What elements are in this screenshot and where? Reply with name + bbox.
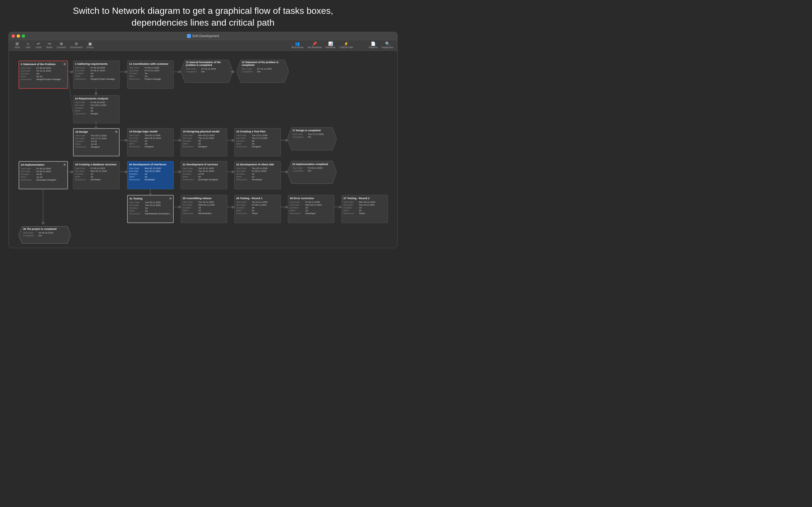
add-button[interactable]: ＋ Add [23,41,33,49]
task-27[interactable]: 27 Testing - Round 2 Start DateMon 09.11… [342,195,388,223]
close-button[interactable] [11,34,15,38]
baseline-button[interactable]: 📊 Baseline [324,41,337,49]
toolbar-right: 👥 Resources 📌 Set Baseline 📊 Baseline ⚡ … [290,41,395,49]
title-bar: Soft Development [9,32,397,40]
disconnect-button[interactable]: ⊘ Disconnect [68,41,85,49]
task-24[interactable]: 24 Implementation ⊖ Start DateFri 30.10.… [18,161,68,189]
task-10[interactable]: 10 Requirements Analysis Start DateFri 3… [73,95,119,123]
collapse-icon[interactable]: ⊖ [63,62,66,66]
critical-path-button[interactable]: ⚡ Critical Path [338,41,355,49]
toolbar-group-main: ⊞ View ＋ Add ↩ Undo ↪ Redo ⊗ Connect ⊘ D… [11,41,96,49]
hex-node-12[interactable]: 12 Internal formulation of the problem i… [181,59,233,84]
app-icon [187,34,191,38]
task-22[interactable]: 22 Development of client side Start Date… [234,161,281,189]
task-21[interactable]: 21 Development of services Start DateTue… [181,161,227,189]
hex-node-13[interactable]: 13 Statement of the problem is completed… [237,59,289,84]
task-19[interactable]: 19 Design ⊖ Start DateThu 05.11.2020 End… [73,128,119,156]
task-15[interactable]: 15 Designing physical model Start DateMo… [181,128,227,156]
task-31[interactable]: 31 Testing ⊖ Start DateTue 03.11.2020 En… [127,195,174,223]
view-button[interactable]: ⊞ View [12,41,22,49]
collapse-icon-31[interactable]: ⊖ [169,197,171,200]
page-header: Switch to Network diagram to get a graph… [0,0,406,32]
maximize-button[interactable] [22,34,25,38]
task-26[interactable]: 26 Testing - Round 1 Start DateTue 04.11… [234,195,281,223]
reports-button[interactable]: 📄 Reports [367,41,379,49]
task-18[interactable]: 18 Creating a database structure Start D… [73,161,119,189]
app-window: Soft Development ⊞ View ＋ Add ↩ Undo ↪ R… [8,32,398,248]
hex-node-23[interactable]: 23 Implementation completed Start DateFr… [287,160,337,185]
inspectors-button[interactable]: 🔍 Inspectors [380,41,395,49]
task-30[interactable]: 30 Error correction Start DateFri 06.11.… [288,195,335,223]
set-baseline-button[interactable]: 📌 Set Baseline [306,41,323,49]
collapse-icon-19[interactable]: ⊖ [115,130,117,133]
collapse-icon-24[interactable]: ⊖ [63,163,66,166]
page-title: Switch to Network diagram to get a graph… [22,5,384,29]
minimize-button[interactable] [17,34,20,38]
resources-button[interactable]: 👥 Resources [290,41,305,49]
app-title: Soft Development [192,34,219,38]
undo-button[interactable]: ↩ Undo [34,41,44,49]
group-button[interactable]: ▣ Group [85,41,95,49]
canvas-area[interactable]: 0 Statement of the Problem ⊖ Start DateF… [9,51,397,248]
redo-button[interactable]: ↪ Redo [44,41,54,49]
svg-line-22 [68,75,73,113]
toolbar: ⊞ View ＋ Add ↩ Undo ↪ Redo ⊗ Connect ⊘ D… [9,40,397,51]
task-25[interactable]: 25 Assembling release Start DateTue 03.1… [181,195,227,223]
hex-node-36[interactable]: 36 The project is completed Start DateFr… [18,225,71,244]
task-14[interactable]: 14 Design logic model Start DateThu 05.1… [127,128,174,156]
traffic-lights [11,34,25,38]
task-1[interactable]: 1 Gathering requirements Start DateFri 3… [73,61,119,89]
task-20[interactable]: 20 Development of interfaces Start DateM… [127,161,174,189]
connect-button[interactable]: ⊗ Connect [55,41,68,49]
task-11[interactable]: 11 Coordination with customer Start Date… [127,61,174,89]
hex-node-17[interactable]: 17 Design is completed Start DateTue 17.… [287,126,337,152]
task-0[interactable]: 0 Statement of the Problem ⊖ Start DateF… [18,61,68,89]
task-16[interactable]: 16 Creating a Test Plan Start DateTue 12… [234,128,281,156]
